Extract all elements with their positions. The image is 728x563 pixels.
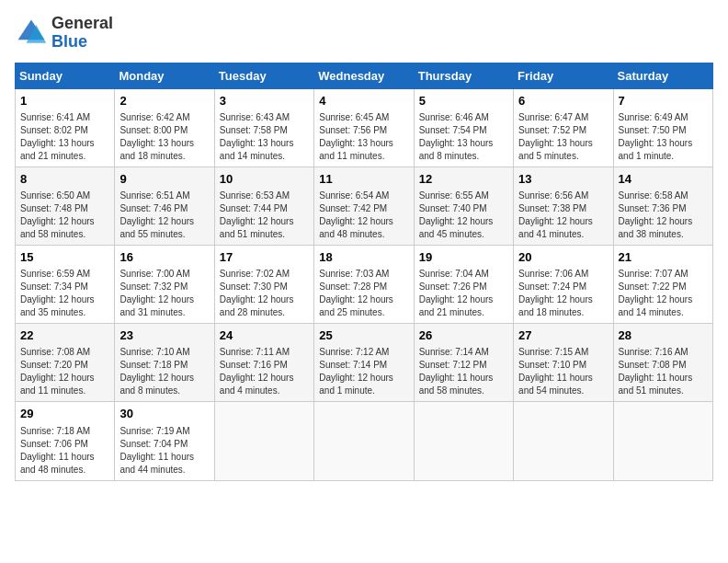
calendar-cell <box>613 402 712 480</box>
calendar-cell: 18Sunrise: 7:03 AMSunset: 7:28 PMDayligh… <box>314 245 414 323</box>
calendar-cell: 30Sunrise: 7:19 AMSunset: 7:04 PMDayligh… <box>115 402 214 480</box>
day-number: 11 <box>319 171 408 188</box>
header-thursday: Thursday <box>414 63 513 88</box>
day-number: 26 <box>419 327 508 344</box>
day-info: Sunrise: 6:51 AMSunset: 7:46 PMDaylight:… <box>119 190 209 241</box>
header-tuesday: Tuesday <box>214 63 313 88</box>
day-number: 18 <box>319 249 408 266</box>
header-sunday: Sunday <box>16 63 115 88</box>
calendar-cell: 13Sunrise: 6:56 AMSunset: 7:38 PMDayligh… <box>514 167 613 245</box>
day-number: 1 <box>20 93 109 109</box>
day-number: 24 <box>220 327 309 344</box>
logo-general: General <box>51 14 113 32</box>
day-info: Sunrise: 6:59 AMSunset: 7:34 PMDaylight:… <box>20 268 109 319</box>
calendar-cell: 11Sunrise: 6:54 AMSunset: 7:42 PMDayligh… <box>314 167 414 245</box>
calendar-week-5: 29Sunrise: 7:18 AMSunset: 7:06 PMDayligh… <box>16 402 713 480</box>
calendar-cell <box>514 402 613 480</box>
day-number: 14 <box>619 171 708 188</box>
day-info: Sunrise: 7:03 AMSunset: 7:28 PMDaylight:… <box>319 268 408 319</box>
day-number: 21 <box>619 249 708 266</box>
day-number: 16 <box>119 249 209 266</box>
day-number: 9 <box>119 171 209 188</box>
calendar-cell: 9Sunrise: 6:51 AMSunset: 7:46 PMDaylight… <box>115 167 214 245</box>
day-info: Sunrise: 7:16 AMSunset: 7:08 PMDaylight:… <box>619 346 708 397</box>
calendar-week-3: 15Sunrise: 6:59 AMSunset: 7:34 PMDayligh… <box>16 245 713 323</box>
day-number: 25 <box>319 327 408 344</box>
day-info: Sunrise: 7:10 AMSunset: 7:18 PMDaylight:… <box>119 346 209 397</box>
day-number: 8 <box>20 171 109 188</box>
calendar-cell: 21Sunrise: 7:07 AMSunset: 7:22 PMDayligh… <box>613 245 712 323</box>
header-wednesday: Wednesday <box>314 63 414 88</box>
calendar-cell <box>314 402 414 480</box>
day-info: Sunrise: 7:06 AMSunset: 7:24 PMDaylight:… <box>518 268 608 319</box>
header-friday: Friday <box>514 63 613 88</box>
day-info: Sunrise: 6:56 AMSunset: 7:38 PMDaylight:… <box>518 190 608 241</box>
day-info: Sunrise: 7:19 AMSunset: 7:04 PMDaylight:… <box>119 425 209 477</box>
day-number: 2 <box>119 93 209 109</box>
day-info: Sunrise: 7:02 AMSunset: 7:30 PMDaylight:… <box>220 268 309 319</box>
calendar-week-2: 8Sunrise: 6:50 AMSunset: 7:48 PMDaylight… <box>16 167 713 245</box>
header-saturday: Saturday <box>613 63 712 88</box>
day-info: Sunrise: 6:42 AMSunset: 8:00 PMDaylight:… <box>119 111 209 163</box>
day-number: 19 <box>419 249 508 266</box>
day-info: Sunrise: 7:11 AMSunset: 7:16 PMDaylight:… <box>220 346 309 397</box>
day-info: Sunrise: 7:08 AMSunset: 7:20 PMDaylight:… <box>20 346 109 397</box>
calendar-cell: 16Sunrise: 7:00 AMSunset: 7:32 PMDayligh… <box>115 245 214 323</box>
calendar-cell: 5Sunrise: 6:46 AMSunset: 7:54 PMDaylight… <box>414 88 513 167</box>
calendar-cell: 14Sunrise: 6:58 AMSunset: 7:36 PMDayligh… <box>613 167 712 245</box>
day-number: 20 <box>518 249 608 266</box>
day-number: 27 <box>518 327 608 344</box>
day-number: 17 <box>220 249 309 266</box>
day-info: Sunrise: 6:50 AMSunset: 7:48 PMDaylight:… <box>20 190 109 241</box>
calendar-cell: 12Sunrise: 6:55 AMSunset: 7:40 PMDayligh… <box>414 167 513 245</box>
day-number: 29 <box>20 406 109 422</box>
logo-blue: Blue <box>51 32 87 51</box>
day-info: Sunrise: 7:15 AMSunset: 7:10 PMDaylight:… <box>518 346 608 397</box>
day-number: 22 <box>20 327 109 344</box>
day-number: 28 <box>619 327 708 344</box>
day-number: 6 <box>518 93 608 109</box>
day-info: Sunrise: 6:53 AMSunset: 7:44 PMDaylight:… <box>220 190 309 241</box>
calendar-cell: 6Sunrise: 6:47 AMSunset: 7:52 PMDaylight… <box>514 88 613 167</box>
day-info: Sunrise: 6:58 AMSunset: 7:36 PMDaylight:… <box>619 190 708 241</box>
day-number: 23 <box>119 327 209 344</box>
day-info: Sunrise: 6:54 AMSunset: 7:42 PMDaylight:… <box>319 190 408 241</box>
day-info: Sunrise: 7:04 AMSunset: 7:26 PMDaylight:… <box>419 268 508 319</box>
day-info: Sunrise: 6:45 AMSunset: 7:56 PMDaylight:… <box>319 111 408 163</box>
day-number: 4 <box>319 93 408 109</box>
day-info: Sunrise: 6:46 AMSunset: 7:54 PMDaylight:… <box>419 111 508 163</box>
calendar-cell: 2Sunrise: 6:42 AMSunset: 8:00 PMDaylight… <box>115 88 214 167</box>
day-info: Sunrise: 6:43 AMSunset: 7:58 PMDaylight:… <box>220 111 309 163</box>
day-info: Sunrise: 6:41 AMSunset: 8:02 PMDaylight:… <box>20 111 109 163</box>
day-info: Sunrise: 7:00 AMSunset: 7:32 PMDaylight:… <box>119 268 209 319</box>
calendar-cell: 24Sunrise: 7:11 AMSunset: 7:16 PMDayligh… <box>214 324 313 402</box>
logo-icon <box>15 17 48 50</box>
calendar-cell: 7Sunrise: 6:49 AMSunset: 7:50 PMDaylight… <box>613 88 712 167</box>
calendar-cell: 29Sunrise: 7:18 AMSunset: 7:06 PMDayligh… <box>16 402 115 480</box>
calendar-cell: 8Sunrise: 6:50 AMSunset: 7:48 PMDaylight… <box>16 167 115 245</box>
calendar-cell: 27Sunrise: 7:15 AMSunset: 7:10 PMDayligh… <box>514 324 613 402</box>
day-info: Sunrise: 7:14 AMSunset: 7:12 PMDaylight:… <box>419 346 508 397</box>
calendar-week-4: 22Sunrise: 7:08 AMSunset: 7:20 PMDayligh… <box>16 324 713 402</box>
calendar-cell: 23Sunrise: 7:10 AMSunset: 7:18 PMDayligh… <box>115 324 214 402</box>
page-header: General Blue <box>15 15 713 52</box>
logo-text: General Blue <box>51 15 113 52</box>
calendar-cell: 1Sunrise: 6:41 AMSunset: 8:02 PMDaylight… <box>16 88 115 167</box>
calendar-table: SundayMondayTuesdayWednesdayThursdayFrid… <box>15 63 713 481</box>
day-info: Sunrise: 7:12 AMSunset: 7:14 PMDaylight:… <box>319 346 408 397</box>
calendar-cell: 28Sunrise: 7:16 AMSunset: 7:08 PMDayligh… <box>613 324 712 402</box>
calendar-cell: 4Sunrise: 6:45 AMSunset: 7:56 PMDaylight… <box>314 88 414 167</box>
day-number: 3 <box>220 93 309 109</box>
calendar-cell: 19Sunrise: 7:04 AMSunset: 7:26 PMDayligh… <box>414 245 513 323</box>
day-number: 12 <box>419 171 508 188</box>
day-info: Sunrise: 7:18 AMSunset: 7:06 PMDaylight:… <box>20 425 109 477</box>
day-info: Sunrise: 7:07 AMSunset: 7:22 PMDaylight:… <box>619 268 708 319</box>
calendar-cell: 3Sunrise: 6:43 AMSunset: 7:58 PMDaylight… <box>214 88 313 167</box>
day-number: 15 <box>20 249 109 266</box>
calendar-cell: 10Sunrise: 6:53 AMSunset: 7:44 PMDayligh… <box>214 167 313 245</box>
day-number: 13 <box>518 171 608 188</box>
calendar-cell: 20Sunrise: 7:06 AMSunset: 7:24 PMDayligh… <box>514 245 613 323</box>
day-number: 7 <box>619 93 708 109</box>
calendar-cell: 26Sunrise: 7:14 AMSunset: 7:12 PMDayligh… <box>414 324 513 402</box>
calendar-cell: 17Sunrise: 7:02 AMSunset: 7:30 PMDayligh… <box>214 245 313 323</box>
